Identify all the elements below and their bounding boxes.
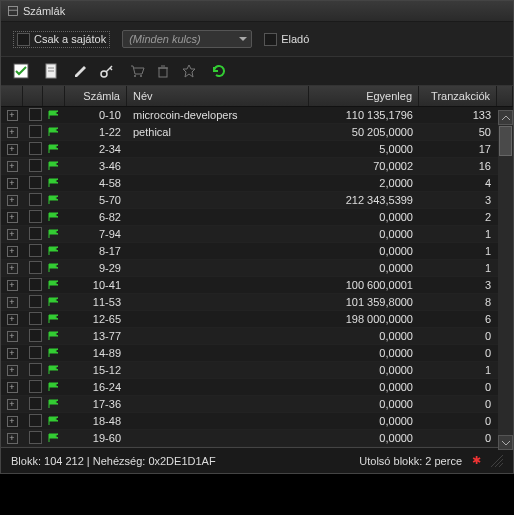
- expand-icon[interactable]: [1, 144, 23, 155]
- col-flag[interactable]: [43, 86, 65, 106]
- expand-icon[interactable]: [1, 246, 23, 257]
- table-row[interactable]: 5-70212 343,53993: [1, 192, 513, 209]
- expand-icon[interactable]: [1, 161, 23, 172]
- row-checkbox[interactable]: [23, 379, 43, 396]
- scroll-thumb[interactable]: [499, 126, 512, 156]
- row-checkbox[interactable]: [23, 124, 43, 141]
- row-checkbox[interactable]: [23, 226, 43, 243]
- key-button[interactable]: [99, 63, 115, 79]
- row-checkbox[interactable]: [23, 294, 43, 311]
- expand-icon[interactable]: [1, 178, 23, 189]
- row-checkbox[interactable]: [23, 260, 43, 277]
- checkbox-icon: [17, 33, 30, 46]
- scroll-up-button[interactable]: [498, 110, 513, 125]
- cell-name: [127, 403, 309, 405]
- refresh-button[interactable]: [211, 63, 227, 79]
- svg-point-9: [134, 75, 136, 77]
- row-checkbox[interactable]: [23, 413, 43, 430]
- table-row[interactable]: 10-41100 600,00013: [1, 277, 513, 294]
- table-row[interactable]: 6-820,00002: [1, 209, 513, 226]
- row-checkbox[interactable]: [23, 209, 43, 226]
- own-only-checkbox[interactable]: Csak a sajátok: [13, 31, 110, 48]
- expand-icon[interactable]: [1, 331, 23, 342]
- cart-button[interactable]: [129, 63, 145, 79]
- expand-icon[interactable]: [1, 280, 23, 291]
- col-name[interactable]: Név: [127, 86, 309, 106]
- table-row[interactable]: 14-890,00000: [1, 345, 513, 362]
- expand-icon[interactable]: [1, 365, 23, 376]
- row-checkbox[interactable]: [23, 345, 43, 362]
- vertical-scrollbar[interactable]: [498, 110, 513, 450]
- col-balance[interactable]: Egyenleg: [309, 86, 419, 106]
- expand-icon[interactable]: [1, 382, 23, 393]
- expand-icon[interactable]: [1, 195, 23, 206]
- expand-icon[interactable]: [1, 127, 23, 138]
- expand-icon[interactable]: [1, 399, 23, 410]
- row-checkbox[interactable]: [23, 141, 43, 158]
- col-account[interactable]: Számla: [65, 86, 127, 106]
- select-all-button[interactable]: [13, 63, 29, 79]
- row-checkbox[interactable]: [23, 362, 43, 379]
- table-row[interactable]: 16-240,00000: [1, 379, 513, 396]
- resize-grip-icon[interactable]: [491, 455, 503, 467]
- table-row[interactable]: 11-53101 359,80008: [1, 294, 513, 311]
- flag-icon: [43, 433, 65, 443]
- cell-account: 13-77: [65, 329, 127, 343]
- row-checkbox[interactable]: [23, 158, 43, 175]
- row-checkbox[interactable]: [23, 175, 43, 192]
- expand-icon[interactable]: [1, 416, 23, 427]
- table-row[interactable]: 9-290,00001: [1, 260, 513, 277]
- row-checkbox[interactable]: [23, 192, 43, 209]
- col-expand[interactable]: [1, 86, 23, 106]
- expand-icon[interactable]: [1, 433, 23, 444]
- row-checkbox[interactable]: [23, 277, 43, 294]
- status-right: Utolsó blokk: 2 perce: [359, 455, 462, 467]
- table-row[interactable]: 7-940,00001: [1, 226, 513, 243]
- expand-icon[interactable]: [1, 229, 23, 240]
- row-checkbox[interactable]: [23, 107, 43, 124]
- table-row[interactable]: 17-360,00000: [1, 396, 513, 413]
- window-title: Számlák: [23, 5, 65, 17]
- table-row[interactable]: 0-10microcoin-developers110 135,1796133: [1, 107, 513, 124]
- row-checkbox[interactable]: [23, 311, 43, 328]
- flag-icon: [43, 144, 65, 154]
- expand-icon[interactable]: [1, 212, 23, 223]
- expand-icon[interactable]: [1, 314, 23, 325]
- table-row[interactable]: 18-480,00000: [1, 413, 513, 430]
- seller-checkbox[interactable]: Eladó: [264, 33, 309, 46]
- row-checkbox[interactable]: [23, 396, 43, 413]
- expand-icon[interactable]: [1, 348, 23, 359]
- star-button[interactable]: [181, 63, 197, 79]
- table-row[interactable]: 13-770,00000: [1, 328, 513, 345]
- table-row[interactable]: 19-600,00000: [1, 430, 513, 447]
- table-row[interactable]: 8-170,00001: [1, 243, 513, 260]
- flag-icon: [43, 178, 65, 188]
- table-row[interactable]: 15-120,00001: [1, 362, 513, 379]
- cell-account: 4-58: [65, 176, 127, 190]
- flag-icon: [43, 280, 65, 290]
- document-button[interactable]: [43, 63, 59, 79]
- row-checkbox[interactable]: [23, 328, 43, 345]
- expand-icon[interactable]: [1, 110, 23, 121]
- cell-name: [127, 182, 309, 184]
- col-transactions[interactable]: Tranzakciók: [419, 86, 497, 106]
- table-row[interactable]: 3-4670,000216: [1, 158, 513, 175]
- table-row[interactable]: 1-22pethical50 205,000050: [1, 124, 513, 141]
- cell-transactions: 17: [419, 142, 497, 156]
- table-row[interactable]: 2-345,000017: [1, 141, 513, 158]
- cell-balance: 0,0000: [309, 244, 419, 258]
- keys-dropdown-value: (Minden kulcs): [129, 33, 201, 45]
- row-checkbox[interactable]: [23, 243, 43, 260]
- cell-name: [127, 199, 309, 201]
- expand-icon[interactable]: [1, 263, 23, 274]
- table-row[interactable]: 12-65198 000,00006: [1, 311, 513, 328]
- scroll-down-button[interactable]: [498, 435, 513, 450]
- keys-dropdown[interactable]: (Minden kulcs): [122, 30, 252, 48]
- expand-icon[interactable]: [1, 297, 23, 308]
- trash-button[interactable]: [155, 63, 171, 79]
- cell-balance: 0,0000: [309, 346, 419, 360]
- table-row[interactable]: 4-582,00004: [1, 175, 513, 192]
- row-checkbox[interactable]: [23, 430, 43, 447]
- edit-button[interactable]: [73, 63, 89, 79]
- col-check[interactable]: [23, 86, 43, 106]
